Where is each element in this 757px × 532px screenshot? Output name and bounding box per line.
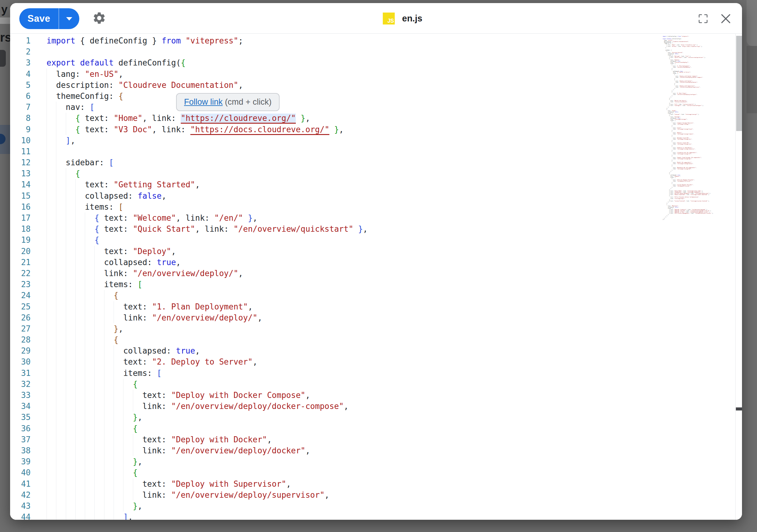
code-line[interactable]: 25text: "1. Plan Deployment", [10,301,742,312]
line-number[interactable]: 29 [10,345,31,356]
line-number[interactable]: 40 [10,467,31,478]
line-number[interactable]: 37 [10,434,31,445]
minimap[interactable]: import { defineConfig } from "vitepress"… [663,36,736,517]
line-number[interactable]: 7 [10,102,31,113]
code-line[interactable]: 9{ text: "V3 Doc", link: "https://docs.c… [10,124,742,135]
line-number[interactable]: 25 [10,301,31,312]
line-number[interactable]: 38 [10,445,31,456]
code-line[interactable]: 42link: "/en/overview/deploy/supervisor"… [10,489,742,500]
line-number[interactable]: 1 [10,35,31,46]
line-number[interactable]: 11 [10,146,31,157]
line-number[interactable]: 3 [10,57,31,68]
indent-guide [46,179,56,190]
code-line[interactable]: 16items: [ [10,201,742,212]
line-number[interactable]: 23 [10,279,31,290]
save-button[interactable]: Save [19,8,58,29]
line-number[interactable]: 42 [10,489,31,500]
code-line[interactable]: 18{ text: "Quick Start", link: "/en/over… [10,223,742,234]
line-number[interactable]: 12 [10,157,31,168]
code-line[interactable]: 39}, [10,456,742,467]
settings-button[interactable] [92,11,106,25]
code-line[interactable]: 3export default defineConfig({ [10,57,742,68]
line-number[interactable]: 9 [10,124,31,135]
code-line[interactable]: 11 [10,146,742,157]
code-line[interactable]: 10], [10,135,742,146]
line-number[interactable]: 18 [10,223,31,234]
line-number[interactable]: 8 [10,113,31,124]
line-number[interactable]: 10 [10,135,31,146]
code-line[interactable]: 32{ [10,379,742,390]
line-number[interactable]: 5 [10,79,31,91]
code-line[interactable]: 1import { defineConfig } from "vitepress… [10,35,742,46]
line-number[interactable]: 27 [10,323,31,334]
line-number[interactable]: 19 [10,234,31,246]
code-line[interactable]: 28{ [10,334,742,345]
code-editor[interactable]: 1import { defineConfig } from "vitepress… [10,34,742,520]
code-line[interactable]: 8{ text: "Home", link: "https://cloudrev… [10,113,742,124]
code-line[interactable]: 41text: "Deploy with Supervisor", [10,478,742,489]
line-number[interactable]: 13 [10,168,31,179]
line-number[interactable]: 17 [10,212,31,223]
line-number[interactable]: 30 [10,356,31,367]
code-line[interactable]: 35}, [10,412,742,423]
code-line[interactable]: 26link: "/en/overview/deploy/", [10,312,742,323]
code-line[interactable]: 30text: "2. Deploy to Server", [10,356,742,367]
code-line[interactable]: 19{ [10,234,742,246]
line-number[interactable]: 2 [10,46,31,57]
code-line[interactable]: 12sidebar: [ [10,157,742,168]
code-line[interactable]: 24{ [10,290,742,301]
line-number[interactable]: 36 [10,423,31,434]
code-line[interactable]: 4lang: "en-US", [10,69,742,79]
line-number[interactable]: 16 [10,201,31,212]
line-number[interactable]: 26 [10,312,31,323]
line-number[interactable]: 41 [10,478,31,489]
line-number[interactable]: 39 [10,456,31,467]
follow-link[interactable]: Follow link [184,97,223,106]
line-number[interactable]: 24 [10,290,31,301]
line-number[interactable]: 33 [10,390,31,401]
code-line[interactable]: 44], [10,512,742,520]
code-line[interactable]: 23items: [ [10,279,742,290]
indent-guide [75,234,85,246]
line-number[interactable]: 31 [10,368,31,379]
code-line[interactable]: 38link: "/en/overview/deploy/docker", [10,445,742,456]
line-number[interactable]: 28 [10,334,31,345]
code-line[interactable]: 17{ text: "Welcome", link: "/en/" }, [10,212,742,223]
code-line[interactable]: 14text: "Getting Started", [10,179,742,190]
save-dropdown-button[interactable] [58,8,79,29]
close-button[interactable] [719,12,732,25]
line-number[interactable]: 44 [10,512,31,520]
code-line[interactable]: 37text: "Deploy with Docker", [10,434,742,445]
code-line[interactable]: 15collapsed: false, [10,191,742,201]
code-line[interactable]: 36{ [10,423,742,434]
indent-guide [66,500,75,512]
code-line[interactable]: 5description: "Cloudreve Documentation", [10,79,742,91]
code-line[interactable]: 29collapsed: true, [10,345,742,356]
line-number[interactable]: 6 [10,91,31,102]
line-number[interactable]: 14 [10,179,31,190]
line-number[interactable]: 20 [10,246,31,257]
line-number[interactable]: 4 [10,69,31,79]
code-line[interactable]: 31items: [ [10,368,742,379]
code-line[interactable]: 34link: "/en/overview/deploy/docker-comp… [10,401,742,412]
line-number[interactable]: 43 [10,500,31,512]
code-line[interactable]: 20text: "Deploy", [10,246,742,257]
scrollbar-thumb[interactable] [736,36,742,131]
fullscreen-button[interactable] [697,12,710,25]
code-line[interactable]: 40{ [10,467,742,478]
code-line[interactable]: 27}, [10,323,742,334]
line-number[interactable]: 34 [10,401,31,412]
code-line[interactable]: 2 [10,46,742,57]
line-number[interactable]: 22 [10,268,31,279]
code-line[interactable]: 33text: "Deploy with Docker Compose", [10,390,742,401]
code-line[interactable]: 21collapsed: true, [10,257,742,268]
line-number[interactable]: 35 [10,412,31,423]
code-line[interactable]: 13{ [10,168,742,179]
code-line[interactable]: 7nav: [ [10,102,742,113]
code-line[interactable]: 22link: "/en/overview/deploy/", [10,268,742,279]
line-number[interactable]: 32 [10,379,31,390]
code-line[interactable]: 6themeConfig: { [10,91,742,102]
line-number[interactable]: 15 [10,191,31,201]
code-line[interactable]: 43}, [10,500,742,512]
line-number[interactable]: 21 [10,257,31,268]
